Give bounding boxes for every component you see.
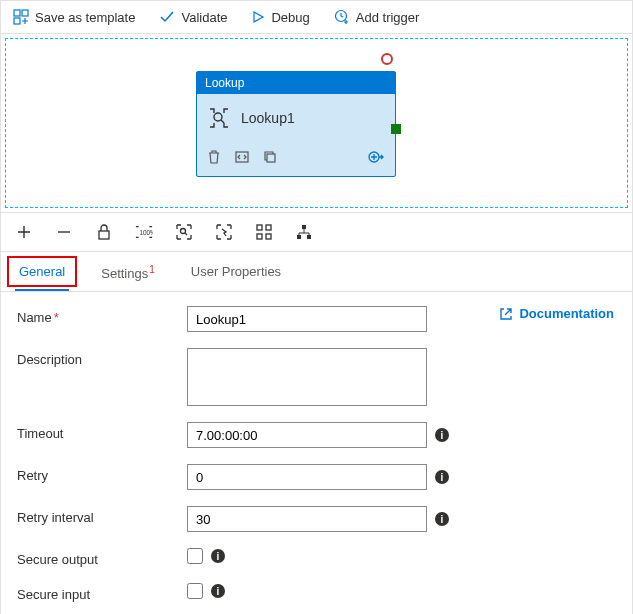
pipeline-canvas[interactable]: Lookup Lookup1 [5,38,628,208]
success-output-handle[interactable] [391,124,401,134]
check-icon [159,9,175,25]
retry-label: Retry [17,464,187,483]
add-output-icon[interactable] [367,148,385,166]
validation-error-indicator[interactable] [381,53,393,65]
svg-text:100%: 100% [140,229,154,236]
timeout-input[interactable] [187,422,427,448]
svg-rect-15 [302,225,306,229]
activity-card-lookup[interactable]: Lookup Lookup1 [196,71,396,177]
description-label: Description [17,348,187,367]
validate-button[interactable]: Validate [159,9,227,25]
svg-point-4 [214,113,222,121]
add-trigger-label: Add trigger [356,10,420,25]
secure-output-label: Secure output [17,548,187,567]
zoom-out-button[interactable] [55,223,73,241]
tab-general[interactable]: General [15,252,69,291]
retry-interval-input[interactable] [187,506,427,532]
add-trigger-button[interactable]: Add trigger [334,9,420,25]
save-template-icon [13,9,29,25]
svg-rect-2 [14,18,20,24]
info-icon[interactable]: i [435,428,449,442]
properties-tabs: General Settings1 User Properties [1,252,632,292]
lock-icon[interactable] [95,223,113,241]
tab-settings[interactable]: Settings1 [97,252,159,291]
zoom-in-button[interactable] [15,223,33,241]
secure-input-checkbox[interactable] [187,583,203,599]
svg-rect-16 [297,235,301,239]
svg-rect-1 [22,10,28,16]
retry-input[interactable] [187,464,427,490]
svg-rect-12 [266,225,271,230]
activity-type-label: Lookup [197,72,395,94]
auto-align-icon[interactable] [255,223,273,241]
svg-rect-14 [266,234,271,239]
svg-rect-11 [257,225,262,230]
documentation-link[interactable]: Documentation [499,306,614,321]
clock-plus-icon [334,9,350,25]
lookup-icon [207,106,231,130]
info-icon[interactable]: i [211,549,225,563]
code-icon[interactable] [235,150,249,164]
name-label: Name* [17,306,187,325]
svg-rect-13 [257,234,262,239]
play-icon [251,10,265,24]
tab-user-properties[interactable]: User Properties [187,252,285,291]
zoom-fit-icon[interactable] [175,223,193,241]
info-icon[interactable]: i [211,584,225,598]
copy-icon[interactable] [263,150,277,164]
save-as-template-label: Save as template [35,10,135,25]
canvas-toolbar: 100% [1,212,632,252]
tab-general-label: General [19,264,65,279]
debug-label: Debug [271,10,309,25]
svg-rect-6 [267,154,275,162]
svg-rect-0 [14,10,20,16]
timeout-label: Timeout [17,422,187,441]
debug-button[interactable]: Debug [251,10,309,25]
svg-rect-8 [99,231,109,239]
activity-name: Lookup1 [241,110,295,126]
svg-rect-17 [307,235,311,239]
top-toolbar: Save as template Validate Debug Add trig… [1,1,632,34]
tab-user-properties-label: User Properties [191,264,281,279]
validate-label: Validate [181,10,227,25]
external-link-icon [499,307,513,321]
save-as-template-button[interactable]: Save as template [13,9,135,25]
name-input[interactable] [187,306,427,332]
delete-icon[interactable] [207,150,221,164]
secure-input-label: Secure input [17,583,187,602]
retry-interval-label: Retry interval [17,506,187,525]
hierarchy-icon[interactable] [295,223,313,241]
documentation-label: Documentation [519,306,614,321]
zoom-100-icon[interactable]: 100% [135,223,153,241]
info-icon[interactable]: i [435,512,449,526]
secure-output-checkbox[interactable] [187,548,203,564]
svg-point-10 [181,229,186,234]
description-input[interactable] [187,348,427,406]
zoom-selection-icon[interactable] [215,223,233,241]
tab-settings-badge: 1 [149,264,155,275]
tab-settings-label: Settings [101,266,148,281]
info-icon[interactable]: i [435,470,449,484]
general-form: Documentation Name* Description Timeout … [1,292,632,614]
